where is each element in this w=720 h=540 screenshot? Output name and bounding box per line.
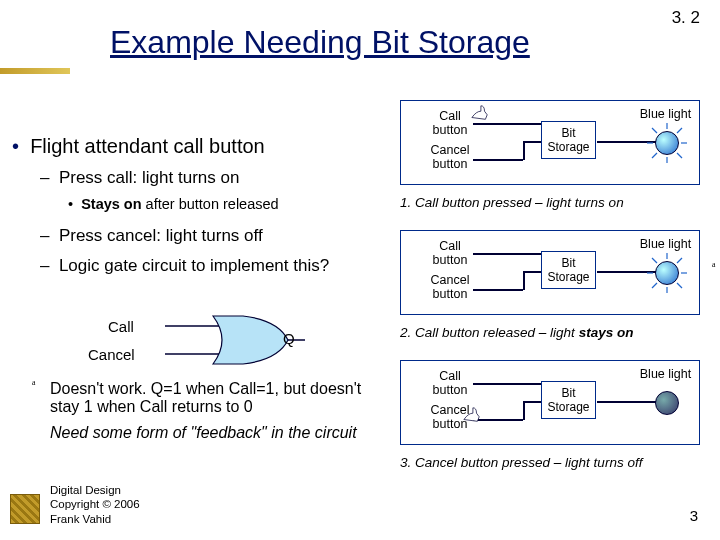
footer-line1: Digital Design (50, 483, 140, 497)
gate-output-q-label: Q (283, 330, 295, 347)
bullet-level3: • Stays on after button released (68, 196, 372, 212)
footer-logo-icon (10, 494, 40, 524)
wire (473, 123, 541, 125)
failure-explanation: Doesn't work. Q=1 when Call=1, but doesn… (50, 380, 380, 442)
blue-light-label: Blue light (638, 237, 693, 251)
bullet2b-text: Press cancel: light turns off (59, 226, 263, 245)
bit-storage-box: Bit Storage (541, 121, 596, 159)
wire (473, 253, 541, 255)
caption-2-bold: stays on (579, 325, 634, 340)
svg-line-8 (677, 153, 682, 158)
call-button-label: Call button (425, 109, 475, 137)
wire (523, 401, 541, 403)
bullet-level2: – Logic gate circuit to implement this? (40, 256, 372, 276)
bullet3a-rest: after button released (142, 196, 279, 212)
svg-line-15 (652, 258, 657, 263)
footer-line2: Copyright © 2006 (50, 497, 140, 511)
gate-input-call-label: Call (108, 318, 134, 335)
bullet2a-text: Press call: light turns on (59, 168, 239, 187)
or-gate-icon (103, 312, 333, 368)
bullet-dot-icon: • (12, 135, 30, 157)
call-button-label: Call button (425, 369, 475, 397)
svg-line-18 (677, 258, 682, 263)
page-number-top: 3. 2 (672, 8, 700, 28)
svg-line-17 (652, 283, 657, 288)
blue-light-label: Blue light (638, 367, 693, 381)
cancel-button-label: Cancel button (425, 143, 475, 171)
finger-press-icon (469, 104, 491, 122)
annotation-a: a (712, 260, 716, 269)
slide-number: 3 (690, 507, 698, 524)
failure-line1: Doesn't work. Q=1 when Call=1, but doesn… (50, 380, 380, 416)
failure-line2: Need some form of "feedback" in the circ… (50, 424, 380, 442)
bit-storage-box: Bit Storage (541, 251, 596, 289)
decorative-bar (0, 68, 70, 74)
bullet2c-text: Logic gate circuit to implement this? (59, 256, 329, 275)
wire (523, 141, 525, 160)
bullet-level2: – Press cancel: light turns off (40, 226, 372, 246)
bit-storage-box: Bit Storage (541, 381, 596, 419)
caption-1: 1. Call button pressed – light turns on (400, 195, 700, 210)
bullet-list: • Flight attendant call button – Press c… (12, 135, 372, 276)
state-diagram-3: Call button Cancel button Bit Storage Bl… (400, 360, 700, 445)
or-gate-diagram: Call Cancel Q (78, 312, 358, 368)
wire (597, 401, 659, 403)
wire (473, 289, 523, 291)
bullet-level1: • Flight attendant call button (12, 135, 372, 158)
light-rays-icon (645, 251, 689, 295)
wire (523, 141, 541, 143)
wire (523, 271, 541, 273)
call-button-label: Call button (425, 239, 475, 267)
annotation-a: a (32, 378, 36, 387)
cancel-button-label: Cancel button (425, 273, 475, 301)
svg-line-16 (677, 283, 682, 288)
state-diagram-1: Call button Cancel button Bit Storage Bl… (400, 100, 700, 185)
bullet-level2: – Press call: light turns on (40, 168, 372, 188)
wire (473, 159, 523, 161)
slide-title: Example Needing Bit Storage (110, 24, 530, 61)
light-off-icon (655, 391, 679, 415)
light-rays-icon (645, 121, 689, 165)
bullet3a-bold: Stays on (81, 196, 141, 212)
svg-line-10 (677, 128, 682, 133)
caption-2: 2. Call button released – light stays on (400, 325, 700, 340)
wire (523, 401, 525, 420)
footer-line3: Frank Vahid (50, 512, 140, 526)
caption-2-prefix: 2. Call button released – light (400, 325, 579, 340)
gate-input-cancel-label: Cancel (88, 346, 135, 363)
wire (473, 383, 541, 385)
caption-3: 3. Cancel button pressed – light turns o… (400, 455, 700, 470)
svg-line-7 (652, 128, 657, 133)
wire (523, 271, 525, 290)
bullet1-text: Flight attendant call button (30, 135, 265, 157)
svg-line-9 (652, 153, 657, 158)
blue-light-label: Blue light (638, 107, 693, 121)
footer-text: Digital Design Copyright © 2006 Frank Va… (50, 483, 140, 526)
state-diagram-2: Call button Cancel button Bit Storage Bl… (400, 230, 700, 315)
finger-press-icon (461, 406, 483, 424)
